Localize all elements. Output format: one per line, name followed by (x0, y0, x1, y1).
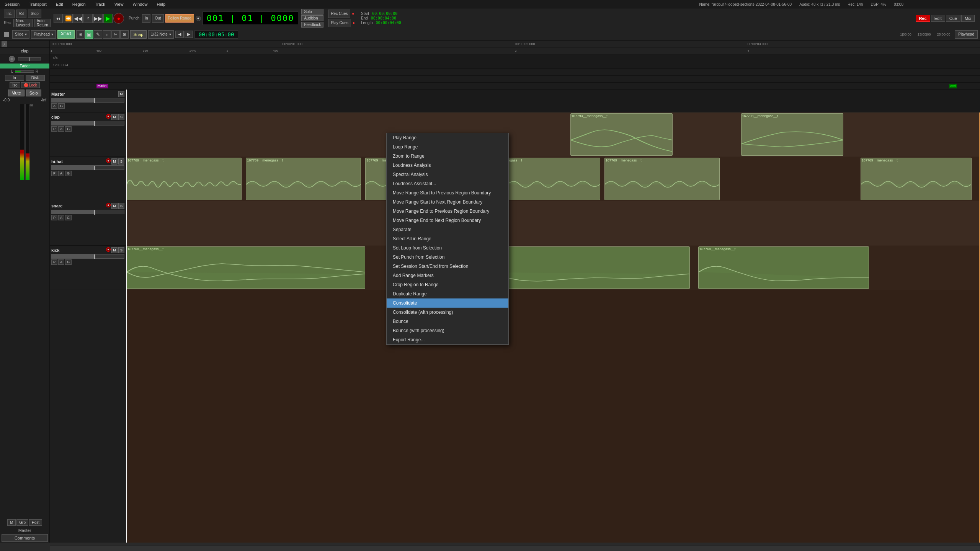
master-fader[interactable] (51, 98, 124, 103)
menu-item-play-range[interactable]: Play Range (387, 133, 508, 142)
kick-fader[interactable] (51, 254, 124, 259)
menu-region[interactable]: Region (71, 1, 87, 7)
menu-item-separate[interactable]: Separate (387, 225, 508, 234)
horizontal-scrollbar[interactable] (50, 546, 980, 551)
punch-in-btn[interactable]: In (142, 14, 150, 23)
loop-btn[interactable]: ↺ (83, 14, 93, 23)
rec-cues-btn[interactable]: Rec Cues (328, 10, 350, 18)
hihat-region-2[interactable]: 167769__menegass__t (246, 158, 361, 200)
hihat-region-5[interactable]: 167769__menegass__t (604, 158, 720, 200)
slide-mode-selector[interactable]: Slide ▾ (12, 30, 29, 39)
mark1-marker[interactable]: mark1 (96, 84, 108, 88)
next-range-btn[interactable]: ▶ (185, 31, 193, 38)
snare-m-btn[interactable]: M (111, 203, 118, 209)
clap-lane[interactable]: 167793__menegass__t 167793__menegass__t (126, 112, 980, 157)
record-btn[interactable]: ● (113, 13, 124, 24)
disk-btn[interactable]: Disk (26, 75, 45, 81)
comments-btn[interactable]: Comments (2, 534, 48, 542)
play-btn[interactable]: ▶ (103, 14, 113, 23)
kick-region-3[interactable]: 167768__menegass__t (698, 246, 869, 289)
clap-region-2[interactable]: 167793__menegass__t (741, 113, 844, 156)
menu-item-move-range-start-next[interactable]: Move Range Start to Next Region Boundary (387, 197, 508, 207)
smart-mode-btn[interactable]: Smart (57, 30, 75, 39)
mute-btn[interactable]: Mute (8, 90, 24, 96)
clap-g-btn[interactable]: G (65, 126, 72, 132)
rewind-btn[interactable]: ◀◀ (74, 14, 83, 23)
menu-item-export-range[interactable]: Export Range... (387, 335, 508, 344)
menu-item-zoom-range[interactable]: Zoom to Range (387, 152, 508, 161)
tool-cut[interactable]: ✂ (111, 30, 120, 39)
snare-a-btn[interactable]: A (58, 215, 64, 220)
master-m-btn[interactable]: M (118, 91, 124, 97)
prev-range-btn[interactable]: ◀ (175, 31, 184, 38)
master-g-btn[interactable]: G (58, 103, 65, 109)
snare-fader[interactable] (51, 210, 124, 214)
snare-g-btn[interactable]: G (65, 215, 72, 220)
post-btn[interactable]: Post (29, 519, 42, 526)
hihat-lane[interactable]: 167769__menegass__t 167769__menegass__t … (126, 157, 980, 201)
tool-pencil[interactable]: ✎ (94, 30, 102, 39)
clap-m-btn[interactable]: M (111, 114, 118, 120)
stop-btn[interactable]: Stop (28, 10, 41, 18)
menu-item-spectral-analysis[interactable]: Spectral Analysis (387, 170, 508, 179)
forward-btn[interactable]: ▶▶ (93, 14, 103, 23)
note-selector[interactable]: 1/32 Note ▾ (148, 30, 173, 39)
clap-a-btn[interactable]: A (58, 126, 64, 132)
end-marker[interactable]: end (949, 84, 957, 88)
auto-return-btn[interactable]: Auto Return (34, 19, 51, 27)
menu-item-add-range-markers[interactable]: Add Range Markers (387, 271, 508, 280)
m-btn[interactable]: M (7, 519, 16, 526)
menu-view[interactable]: View (113, 1, 125, 7)
feedback-btn[interactable]: Feedback (301, 22, 323, 28)
in-btn[interactable]: In (5, 75, 24, 81)
hihat-s-btn[interactable]: S (118, 158, 124, 165)
tool-erase[interactable]: ⬦ (103, 30, 111, 39)
tool-select[interactable]: ⊞ (76, 30, 85, 39)
snare-s-btn[interactable]: S (118, 203, 124, 209)
hihat-m-btn[interactable]: M (111, 158, 118, 165)
int-mode[interactable]: Int. (4, 10, 15, 18)
menu-item-loudness-assistant[interactable]: Loudness Assistant... (387, 179, 508, 188)
menu-item-move-range-end-next[interactable]: Move Range End to Next Region Boundary (387, 216, 508, 225)
play-cues-btn[interactable]: Play Cues (328, 19, 351, 27)
menu-item-bounce[interactable]: Bounce (387, 317, 508, 326)
menu-item-loop-range[interactable]: Loop Range (387, 142, 508, 152)
menu-item-set-punch-selection[interactable]: Set Punch from Selection (387, 253, 508, 262)
menu-edit[interactable]: Edit (54, 1, 65, 7)
menu-item-move-range-start-prev[interactable]: Move Range Start to Previous Region Boun… (387, 188, 508, 197)
hihat-record-btn[interactable]: ● (106, 158, 111, 163)
menu-item-set-loop-selection[interactable]: Set Loop from Selection (387, 243, 508, 253)
go-start-btn[interactable]: ⏮ (54, 14, 63, 23)
edit-mode-btn[interactable]: Edit (931, 15, 945, 22)
kick-s-btn[interactable]: S (118, 247, 124, 253)
playhead-mode-selector[interactable]: Playhead ▾ (31, 30, 56, 39)
playhead-display-btn[interactable]: Playhead (955, 30, 978, 39)
master-a-btn[interactable]: A (51, 103, 57, 109)
fader-slider[interactable] (18, 57, 41, 60)
snap-btn[interactable]: Snap (130, 30, 147, 39)
tool-range[interactable]: ▣ (85, 30, 93, 39)
clap-s-btn[interactable]: S (118, 114, 124, 120)
audition-btn[interactable]: Audition (301, 15, 323, 21)
menu-item-consolidate-processing[interactable]: Consolidate (with processing) (387, 308, 508, 317)
menu-item-select-all-range[interactable]: Select All in Range (387, 234, 508, 243)
hihat-fader[interactable] (51, 165, 124, 170)
kick-lane[interactable]: 167768__menegass__t 167768__menegass__t (126, 246, 980, 290)
kick-g-btn[interactable]: G (65, 259, 72, 265)
kick-m-btn[interactable]: M (111, 247, 118, 253)
grp-btn[interactable]: Grp (16, 519, 28, 526)
solo-btn[interactable]: Solo (301, 9, 323, 15)
menu-help[interactable]: Help (155, 1, 167, 7)
follow-range-indicator[interactable]: ● (196, 16, 201, 21)
punch-out-btn[interactable]: Out (152, 14, 163, 23)
kick-a-btn[interactable]: A (58, 259, 64, 265)
hihat-region-1[interactable]: 167769__menegass__t (126, 158, 242, 200)
iso-btn[interactable]: Iso (10, 82, 20, 88)
kick-record-btn[interactable]: ● (106, 247, 111, 252)
snare-lane[interactable] (126, 201, 980, 246)
mix-mode-btn[interactable]: Mix (961, 15, 975, 22)
fader-knob[interactable] (9, 56, 15, 62)
clap-record-btn[interactable]: ● (106, 114, 111, 119)
follow-range-btn[interactable]: Follow Range (165, 14, 194, 23)
menu-session[interactable]: Session (3, 1, 21, 7)
